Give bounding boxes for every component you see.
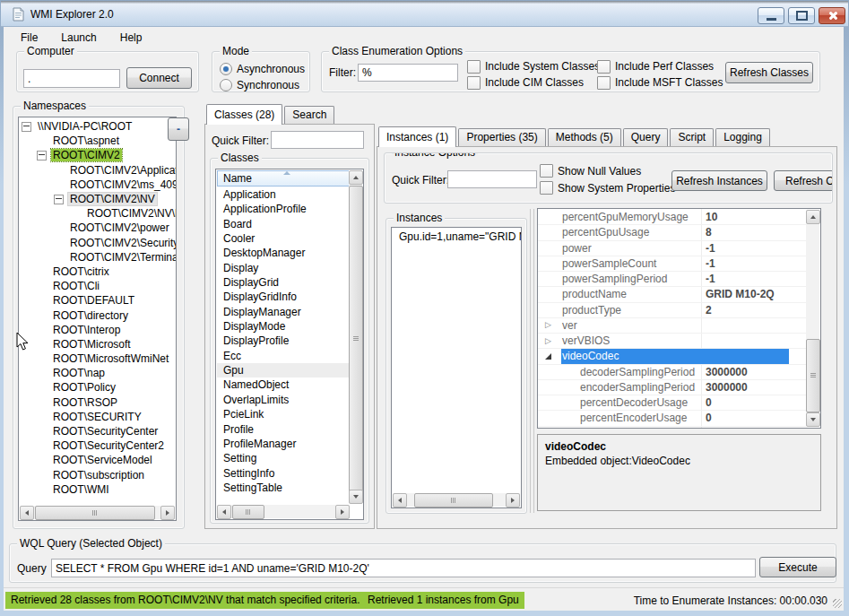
instances-tab[interactable]: Methods (5) [548, 128, 621, 146]
class-list-item[interactable]: Gpu [217, 363, 350, 377]
class-list-item[interactable]: Profile [217, 422, 350, 437]
class-list-item[interactable]: ProfileManager [217, 437, 350, 451]
computer-input[interactable] [23, 69, 120, 88]
property-grid-row[interactable]: ver [538, 318, 807, 334]
scroll-down-button[interactable] [349, 490, 363, 504]
class-list-item[interactable]: Setting [217, 451, 350, 465]
tree-node[interactable]: ROOT\citrix [19, 265, 176, 279]
grid-vscrollbar[interactable] [806, 210, 819, 427]
enum-checkbox[interactable]: Include CIM Classes [467, 74, 597, 91]
class-list-item[interactable]: Cooler [217, 231, 350, 246]
tree-node[interactable]: ROOT\aspnet [19, 134, 176, 148]
row-expander-icon[interactable] [545, 321, 551, 329]
panel-splitter[interactable] [530, 209, 534, 513]
scroll-right-button[interactable] [506, 493, 520, 508]
refresh-classes-button[interactable]: Refresh Classes [725, 62, 813, 83]
maximize-button[interactable] [788, 7, 815, 24]
titlebar[interactable]: WMI Explorer 2.0 [1, 1, 848, 27]
tree-node[interactable]: ROOT\CIMV2\Applications [19, 163, 176, 178]
class-list-item[interactable]: SettingTable [217, 481, 350, 495]
class-list-item[interactable]: NamedObject [217, 377, 350, 392]
class-list-item[interactable]: PcieLink [217, 407, 350, 421]
classes-column-header[interactable]: Name [217, 170, 350, 187]
tree-node[interactable]: ROOT\SecurityCenter2 [19, 438, 176, 453]
property-grid-row[interactable]: power -1 [538, 241, 807, 256]
refresh-instances-button[interactable]: Refresh Instances [671, 170, 767, 191]
tree-node[interactable]: ROOT\Cli [19, 279, 176, 293]
tree-node[interactable]: ROOT\CIMV2 [19, 148, 176, 162]
collapse-tree-button[interactable]: - [168, 117, 189, 141]
scroll-right-button[interactable] [160, 506, 175, 520]
execute-button[interactable]: Execute [759, 557, 836, 577]
tree-node[interactable]: ROOT\WMI [19, 482, 176, 497]
tree-node[interactable]: ROOT\nap [19, 366, 176, 380]
class-list-item[interactable]: Ecc [217, 349, 350, 363]
tree-node[interactable]: ROOT\CIMV2\NV\Ever [19, 206, 176, 221]
tree-node[interactable]: ROOT\DEFAULT [19, 293, 176, 308]
connect-button[interactable]: Connect [126, 67, 192, 89]
instance-option-checkbox[interactable]: Show System Properties [540, 179, 675, 196]
tree-expander-icon[interactable] [22, 122, 31, 132]
class-list-item[interactable]: OverlapLimits [217, 393, 350, 407]
tree-node[interactable]: ROOT\Interop [19, 323, 176, 337]
tree-node[interactable]: \\NVIDIA-PC\ROOT [19, 119, 176, 134]
property-grid-row[interactable]: verVBIOS [538, 334, 807, 349]
classes-vscroll-thumb[interactable] [349, 186, 363, 492]
tree-node[interactable]: ROOT\RSOP [19, 395, 176, 410]
instances-tab[interactable]: Instances (1) [378, 126, 456, 147]
mode-radio[interactable]: Synchronous [220, 77, 305, 93]
property-grid-row[interactable]: decoderSamplingPeriod 3000000 [538, 365, 807, 380]
instances-quick-filter-input[interactable] [447, 170, 537, 188]
resize-grip[interactable] [833, 599, 842, 608]
property-grid-row[interactable]: powerSampleCount -1 [538, 256, 807, 272]
enum-checkbox[interactable]: Include MSFT Classes [597, 74, 727, 91]
classes-hscroll-thumb[interactable] [232, 505, 264, 519]
property-grid-row[interactable]: percentGpuUsage 8 [538, 225, 807, 240]
enum-checkbox[interactable]: Include System Classes [467, 58, 597, 74]
instances-list[interactable]: Gpu.id=1,uname="GRID M10- [391, 227, 522, 508]
instances-hscroll-thumb[interactable] [414, 493, 493, 508]
grid-vscroll-thumb[interactable] [806, 339, 820, 412]
class-list-item[interactable]: Board [217, 217, 350, 231]
property-grid-row[interactable]: productName GRID M10-2Q [538, 287, 807, 302]
tree-node[interactable]: ROOT\CIMV2\TerminalServ [19, 250, 176, 265]
property-grid-row[interactable]: percentGpuMemoryUsage 10 [538, 210, 807, 225]
scroll-up-button[interactable] [806, 210, 820, 224]
tree-node[interactable]: ROOT\directory [19, 308, 176, 322]
property-grid-row[interactable]: productType 2 [538, 303, 807, 318]
instance-list-item[interactable]: Gpu.id=1,uname="GRID M10- [393, 230, 520, 244]
tree-hscrollbar[interactable] [20, 506, 175, 519]
scroll-left-button[interactable] [20, 506, 34, 520]
row-expander-icon[interactable] [545, 353, 551, 360]
classes-list[interactable]: Name ApplicationApplicationProfileBoardC… [215, 169, 364, 520]
instance-option-checkbox[interactable]: Show Null Values [540, 162, 675, 179]
scroll-left-button[interactable] [393, 493, 407, 508]
tree-node[interactable]: ROOT\CIMV2\ms_409 [19, 178, 176, 192]
class-list-item[interactable]: DisplayMode [217, 319, 350, 334]
instances-hscrollbar[interactable] [393, 493, 520, 507]
class-list-item[interactable]: Application [217, 187, 350, 202]
instances-tab[interactable]: Properties (35) [458, 128, 545, 146]
row-expander-icon[interactable] [545, 337, 551, 345]
namespaces-tree[interactable]: \\NVIDIA-PC\ROOT ROOT\aspnet ROOT\CIMV2 … [18, 117, 177, 521]
tree-node[interactable]: ROOT\ServiceModel [19, 453, 176, 467]
tree-hscroll-thumb[interactable] [35, 506, 155, 520]
tree-expander-icon[interactable] [37, 151, 47, 161]
tree-node[interactable]: ROOT\Policy [19, 380, 176, 395]
class-list-item[interactable]: DisplayGridInfo [217, 290, 350, 304]
classes-tab[interactable]: Search [284, 106, 334, 124]
minimize-button[interactable] [758, 7, 784, 24]
classes-quick-filter-input[interactable] [271, 131, 364, 149]
refresh-object-button[interactable]: Refresh Ob [774, 170, 833, 191]
classes-hscrollbar[interactable] [217, 505, 350, 518]
mode-radio[interactable]: Asynchronous [220, 61, 305, 77]
wql-query-input[interactable] [51, 559, 756, 577]
menu-item[interactable]: File [9, 29, 49, 47]
tree-node[interactable]: ROOT\CIMV2\Security [19, 236, 176, 250]
close-button[interactable] [819, 7, 845, 24]
class-list-item[interactable]: DesktopManager [217, 246, 350, 260]
tree-node[interactable]: ROOT\Microsoft [19, 337, 176, 351]
property-grid-row[interactable]: percentEncoderUsage 0 [538, 411, 807, 426]
class-list-item[interactable]: SettingInfo [217, 466, 350, 481]
property-grid-row[interactable]: videoCodec [538, 349, 807, 364]
